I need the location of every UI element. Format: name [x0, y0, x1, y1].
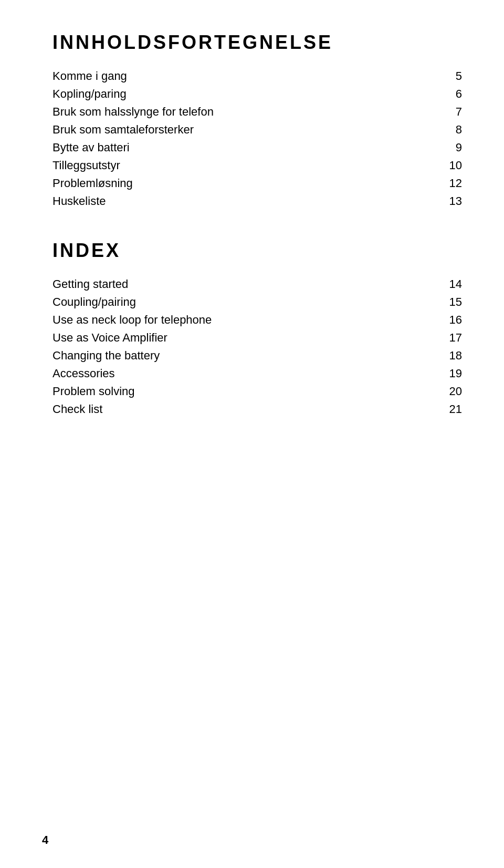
toc-item-label: Huskeliste: [52, 194, 441, 208]
index-item-label: Accessories: [52, 367, 441, 380]
index-item-label: Problem solving: [52, 385, 441, 398]
toc-item: Huskeliste13: [52, 194, 462, 208]
index-item-label: Coupling/pairing: [52, 295, 441, 309]
index-item-page: 16: [441, 313, 462, 327]
index-item-page: 19: [441, 367, 462, 380]
index-item-label: Use as neck loop for telephone: [52, 313, 441, 327]
toc-item-page: 12: [441, 177, 462, 190]
index-item: Problem solving20: [52, 385, 462, 398]
index-item-page: 21: [441, 402, 462, 416]
toc-item: Bruk som halsslynge for telefon7: [52, 105, 462, 119]
index-item: Check list21: [52, 402, 462, 416]
index-title: INDEX: [52, 240, 462, 262]
index-item: Use as neck loop for telephone16: [52, 313, 462, 327]
toc-item: Bytte av batteri9: [52, 141, 462, 154]
toc-item-page: 7: [441, 105, 462, 119]
toc-item-page: 9: [441, 141, 462, 154]
toc-item-page: 10: [441, 159, 462, 172]
index-item-page: 14: [441, 277, 462, 291]
index-item: Getting started14: [52, 277, 462, 291]
toc-item: Kopling/paring6: [52, 87, 462, 101]
toc-item: Komme i gang5: [52, 69, 462, 83]
index-section: INDEX Getting started14Coupling/pairing1…: [52, 240, 462, 416]
index-item-page: 17: [441, 331, 462, 345]
toc-item: Problemløsning12: [52, 177, 462, 190]
index-item-label: Getting started: [52, 277, 441, 291]
page-container: INNHOLDSFORTEGNELSE Komme i gang5Kopling…: [0, 0, 504, 868]
toc-items: Komme i gang5Kopling/paring6Bruk som hal…: [52, 69, 462, 208]
index-item-page: 18: [441, 349, 462, 363]
index-items: Getting started14Coupling/pairing15Use a…: [52, 277, 462, 416]
toc-item-label: Tilleggsutstyr: [52, 159, 441, 172]
index-item: Accessories19: [52, 367, 462, 380]
toc-item-page: 13: [441, 194, 462, 208]
index-item-page: 20: [441, 385, 462, 398]
toc-item-label: Problemløsning: [52, 177, 441, 190]
index-item-label: Check list: [52, 402, 441, 416]
page-number: 4: [42, 833, 48, 847]
toc-item-label: Kopling/paring: [52, 87, 441, 101]
index-item: Use as Voice Amplifier17: [52, 331, 462, 345]
toc-item-page: 8: [441, 123, 462, 137]
index-item: Coupling/pairing15: [52, 295, 462, 309]
toc-item: Bruk som samtaleforsterker8: [52, 123, 462, 137]
index-item-page: 15: [441, 295, 462, 309]
toc-item: Tilleggsutstyr10: [52, 159, 462, 172]
toc-section: INNHOLDSFORTEGNELSE Komme i gang5Kopling…: [52, 32, 462, 208]
toc-item-page: 5: [441, 69, 462, 83]
index-item-label: Changing the battery: [52, 349, 441, 363]
toc-item-label: Bruk som halsslynge for telefon: [52, 105, 441, 119]
toc-item-page: 6: [441, 87, 462, 101]
index-item-label: Use as Voice Amplifier: [52, 331, 441, 345]
toc-item-label: Komme i gang: [52, 69, 441, 83]
toc-item-label: Bruk som samtaleforsterker: [52, 123, 441, 137]
toc-item-label: Bytte av batteri: [52, 141, 441, 154]
index-item: Changing the battery18: [52, 349, 462, 363]
toc-title: INNHOLDSFORTEGNELSE: [52, 32, 462, 54]
